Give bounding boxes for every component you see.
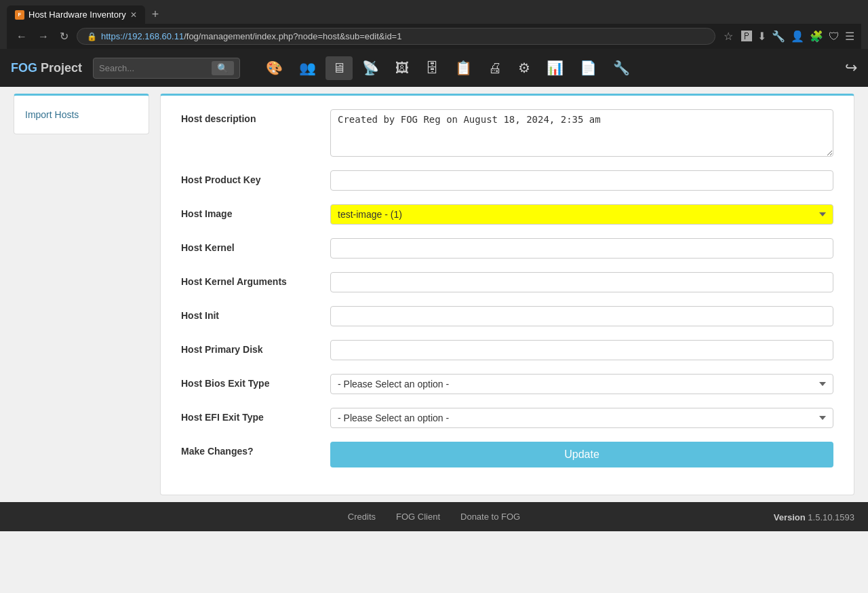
host-kernel-args-row: Host Kernel Arguments bbox=[181, 272, 833, 292]
tasks-button[interactable]: 📄 bbox=[573, 56, 604, 80]
host-image-label: Host Image bbox=[181, 204, 317, 219]
app-logo: FOG Project bbox=[11, 61, 82, 75]
snapins-button[interactable]: 📋 bbox=[448, 56, 479, 80]
tab-bar: F Host Hardware Inventory ✕ + bbox=[7, 5, 861, 24]
make-changes-label: Make Changes? bbox=[181, 442, 317, 457]
host-kernel-args-label: Host Kernel Arguments bbox=[181, 272, 317, 287]
url-path: /fog/management/index.php?node=host&sub=… bbox=[184, 31, 401, 41]
menu-icon[interactable]: ☰ bbox=[845, 30, 854, 43]
reload-button[interactable]: ↻ bbox=[57, 28, 71, 44]
host-image-row: Host Image test-image - (1) bbox=[181, 204, 833, 225]
account-icon[interactable]: 👤 bbox=[791, 30, 804, 43]
url-host: https://192.168.60.11 bbox=[101, 31, 184, 41]
host-bios-exit-label: Host Bios Exit Type bbox=[181, 374, 317, 389]
host-efi-exit-label: Host EFI Exit Type bbox=[181, 408, 317, 423]
app-footer: Credits FOG Client Donate to FOG Version… bbox=[0, 502, 868, 531]
hosts-button[interactable]: 🖥 bbox=[326, 56, 353, 80]
new-tab-button[interactable]: + bbox=[148, 7, 163, 22]
host-primary-disk-input[interactable]: /dev/sda bbox=[330, 340, 833, 360]
host-efi-exit-select[interactable]: - Please Select an option - bbox=[330, 408, 833, 428]
app-header: FOG Project 🔍 🎨 👥 🖥 📡 🖼 🗄 📋 🖨 ⚙ 📊 📄 🔧 ↪ bbox=[0, 49, 868, 87]
pocket-icon[interactable]: 🅿 bbox=[741, 31, 752, 43]
tools-icon[interactable]: 🔧 bbox=[772, 30, 785, 43]
tab-favicon: F bbox=[15, 10, 24, 20]
nav-bar: ← → ↻ 🔒 https://192.168.60.11/fog/manage… bbox=[7, 24, 861, 49]
credits-link[interactable]: Credits bbox=[348, 512, 376, 522]
storage-button[interactable]: 🗄 bbox=[418, 56, 446, 80]
donate-link[interactable]: Donate to FOG bbox=[460, 512, 520, 522]
host-bios-exit-row: Host Bios Exit Type - Please Select an o… bbox=[181, 374, 833, 394]
tab-close-btn[interactable]: ✕ bbox=[130, 10, 137, 20]
shield-icon[interactable]: 🛡 bbox=[829, 31, 840, 43]
host-init-row: Host Init bbox=[181, 306, 833, 326]
search-input[interactable] bbox=[99, 63, 208, 73]
host-description-label: Host description bbox=[181, 109, 317, 124]
nav-tools: 🎨 👥 🖥 📡 🖼 🗄 📋 🖨 ⚙ 📊 📄 🔧 bbox=[259, 56, 637, 80]
host-efi-exit-row: Host EFI Exit Type - Please Select an op… bbox=[181, 408, 833, 428]
host-primary-disk-label: Host Primary Disk bbox=[181, 340, 317, 355]
download-icon[interactable]: ⬇ bbox=[757, 30, 766, 43]
browser-chrome: F Host Hardware Inventory ✕ + ← → ↻ 🔒 ht… bbox=[0, 0, 868, 49]
settings-button[interactable]: ⚙ bbox=[511, 56, 537, 80]
update-button[interactable]: Update bbox=[330, 442, 833, 467]
host-kernel-input[interactable] bbox=[330, 238, 833, 259]
tab-title: Host Hardware Inventory bbox=[28, 9, 126, 20]
url-text: https://192.168.60.11/fog/management/ind… bbox=[101, 31, 401, 41]
logo-fog: FOG bbox=[11, 61, 37, 75]
users-button[interactable]: 👥 bbox=[292, 56, 323, 80]
version-label: Version bbox=[774, 512, 806, 522]
sidebar-item-import-hosts[interactable]: Import Hosts bbox=[14, 104, 149, 126]
logo-project: Project bbox=[37, 61, 82, 75]
host-description-row: Host description Created by FOG Reg on A… bbox=[181, 109, 833, 157]
network-button[interactable]: 📡 bbox=[355, 56, 386, 80]
themes-button[interactable]: 🎨 bbox=[259, 56, 290, 80]
sidebar: Import Hosts bbox=[14, 94, 149, 495]
logout-button[interactable]: ↪ bbox=[845, 59, 857, 77]
fog-client-link[interactable]: FOG Client bbox=[396, 512, 440, 522]
extensions-icon[interactable]: 🧩 bbox=[810, 30, 823, 43]
reports-button[interactable]: 📊 bbox=[540, 56, 570, 80]
host-image-select[interactable]: test-image - (1) bbox=[330, 204, 833, 225]
images-button[interactable]: 🖼 bbox=[389, 56, 416, 80]
host-description-input[interactable]: Created by FOG Reg on August 18, 2024, 2… bbox=[330, 109, 833, 157]
host-product-key-row: Host Product Key bbox=[181, 170, 833, 191]
main-layout: Import Hosts Host description Created by… bbox=[0, 87, 868, 502]
version-info: Version 1.5.10.1593 bbox=[774, 512, 854, 522]
host-kernel-label: Host Kernel bbox=[181, 238, 317, 253]
back-button[interactable]: ← bbox=[14, 29, 30, 44]
forward-button[interactable]: → bbox=[35, 29, 52, 44]
host-product-key-input[interactable] bbox=[330, 170, 833, 191]
make-changes-row: Make Changes? Update bbox=[181, 442, 833, 467]
active-tab[interactable]: F Host Hardware Inventory ✕ bbox=[7, 5, 145, 24]
host-product-key-label: Host Product Key bbox=[181, 170, 317, 185]
bookmark-button[interactable]: ☆ bbox=[721, 28, 736, 44]
browser-nav-icons: 🅿 ⬇ 🔧 👤 🧩 🛡 bbox=[741, 30, 840, 43]
address-bar[interactable]: 🔒 https://192.168.60.11/fog/management/i… bbox=[77, 28, 715, 45]
host-init-label: Host Init bbox=[181, 306, 317, 321]
printers-button[interactable]: 🖨 bbox=[481, 56, 509, 80]
host-kernel-row: Host Kernel bbox=[181, 238, 833, 259]
host-kernel-args-input[interactable] bbox=[330, 272, 833, 292]
host-init-input[interactable] bbox=[330, 306, 833, 326]
content-card: Host description Created by FOG Reg on A… bbox=[160, 94, 854, 495]
host-primary-disk-row: Host Primary Disk /dev/sda bbox=[181, 340, 833, 360]
sidebar-card: Import Hosts bbox=[14, 94, 149, 134]
secure-icon: 🔒 bbox=[87, 32, 97, 41]
host-bios-exit-select[interactable]: - Please Select an option - bbox=[330, 374, 833, 394]
tools-button[interactable]: 🔧 bbox=[606, 56, 637, 80]
search-button[interactable]: 🔍 bbox=[212, 61, 234, 75]
version-number: 1.5.10.1593 bbox=[808, 512, 854, 522]
search-bar[interactable]: 🔍 bbox=[93, 58, 240, 79]
